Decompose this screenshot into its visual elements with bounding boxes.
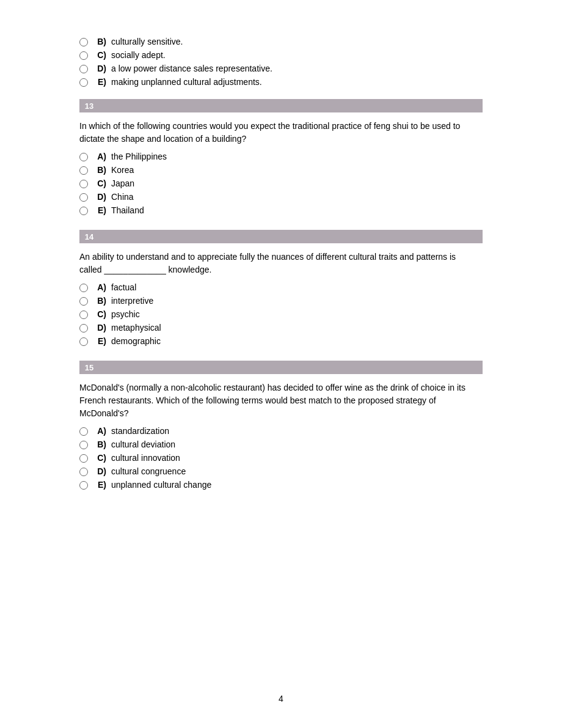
radio-prev-d[interactable] — [79, 65, 88, 73]
q14-answer-d: D) metaphysical — [79, 323, 483, 333]
q15-d-letter: D) — [93, 466, 106, 476]
prev-d-text: a low power distance sales representativ… — [111, 64, 483, 73]
q14-answer-c: C) psychic — [79, 309, 483, 319]
question-13-number: 13 — [79, 99, 99, 112]
question-15-bar — [99, 361, 483, 374]
question-15-number: 15 — [79, 361, 99, 374]
q13-answer-b: B) Korea — [79, 165, 483, 175]
radio-q15-a[interactable] — [79, 427, 88, 436]
radio-q14-a[interactable] — [79, 284, 88, 292]
prev-b-text: culturally sensitive. — [111, 37, 483, 46]
q13-d-text: China — [111, 192, 483, 202]
question-15-answers: A) standardization B) cultural deviation… — [79, 426, 483, 490]
q14-a-letter: A) — [93, 282, 106, 292]
question-14-header: 14 — [79, 230, 483, 243]
q13-a-text: the Philippines — [111, 152, 483, 161]
page-number: 4 — [0, 694, 562, 704]
prev-d-letter: D) — [93, 64, 106, 73]
q15-b-letter: B) — [93, 439, 106, 449]
radio-q15-d[interactable] — [79, 468, 88, 476]
question-14-text: An ability to understand and to apprecia… — [79, 251, 483, 276]
prev-c-text: socially adept. — [111, 50, 483, 60]
q14-e-text: demographic — [111, 336, 483, 346]
radio-q13-e[interactable] — [79, 207, 88, 215]
q15-e-letter: E) — [93, 480, 106, 490]
question-13-bar — [99, 99, 483, 112]
prev-b-letter: B) — [93, 37, 106, 46]
prev-answer-d: D) a low power distance sales representa… — [79, 64, 483, 73]
radio-q15-e[interactable] — [79, 481, 88, 490]
q15-answer-c: C) cultural innovation — [79, 453, 483, 463]
q13-b-text: Korea — [111, 165, 483, 175]
question-13-text: In which of the following countries woul… — [79, 120, 483, 145]
radio-q14-e[interactable] — [79, 337, 88, 346]
radio-q14-b[interactable] — [79, 297, 88, 306]
page-container: B) culturally sensitive. C) socially ade… — [0, 0, 562, 541]
q15-a-text: standardization — [111, 426, 483, 436]
question-13-section: 13 In which of the following countries w… — [79, 99, 483, 215]
q15-answer-a: A) standardization — [79, 426, 483, 436]
radio-q15-c[interactable] — [79, 454, 88, 463]
q14-answer-e: E) demographic — [79, 336, 483, 346]
radio-q14-d[interactable] — [79, 324, 88, 333]
q13-c-letter: C) — [93, 178, 106, 188]
q14-answer-a: A) factual — [79, 282, 483, 292]
q14-d-letter: D) — [93, 323, 106, 333]
q14-answer-b: B) interpretive — [79, 296, 483, 306]
q14-b-letter: B) — [93, 296, 106, 306]
q15-answer-e: E) unplanned cultural change — [79, 480, 483, 490]
prev-c-letter: C) — [93, 50, 106, 60]
prev-answer-b: B) culturally sensitive. — [79, 37, 483, 46]
radio-q15-b[interactable] — [79, 441, 88, 449]
prev-e-letter: E) — [93, 77, 106, 87]
prev-question-answers: B) culturally sensitive. C) socially ade… — [79, 37, 483, 87]
q14-c-letter: C) — [93, 309, 106, 319]
radio-q13-c[interactable] — [79, 180, 88, 188]
radio-q13-d[interactable] — [79, 193, 88, 202]
q13-b-letter: B) — [93, 165, 106, 175]
q15-answer-d: D) cultural congruence — [79, 466, 483, 476]
radio-q14-c[interactable] — [79, 311, 88, 319]
prev-answer-c: C) socially adept. — [79, 50, 483, 60]
radio-prev-e[interactable] — [79, 78, 88, 87]
radio-prev-c[interactable] — [79, 51, 88, 60]
q14-d-text: metaphysical — [111, 323, 483, 333]
q13-e-text: Thailand — [111, 205, 483, 215]
q15-a-letter: A) — [93, 426, 106, 436]
q14-a-text: factual — [111, 282, 483, 292]
q15-e-text: unplanned cultural change — [111, 480, 483, 490]
question-15-header: 15 — [79, 361, 483, 374]
radio-q13-a[interactable] — [79, 153, 88, 161]
q14-e-letter: E) — [93, 336, 106, 346]
q15-answer-b: B) cultural deviation — [79, 439, 483, 449]
q13-a-letter: A) — [93, 152, 106, 161]
q15-c-letter: C) — [93, 453, 106, 463]
q13-c-text: Japan — [111, 178, 483, 188]
q13-answer-c: C) Japan — [79, 178, 483, 188]
question-13-answers: A) the Philippines B) Korea C) Japan D) … — [79, 152, 483, 215]
radio-prev-b[interactable] — [79, 38, 88, 46]
prev-e-text: making unplanned cultural adjustments. — [111, 77, 483, 87]
question-14-number: 14 — [79, 230, 99, 243]
q15-c-text: cultural innovation — [111, 453, 483, 463]
question-15-text: McDonald's (normally a non-alcoholic res… — [79, 381, 483, 420]
question-13-header: 13 — [79, 99, 483, 112]
q15-d-text: cultural congruence — [111, 466, 483, 476]
q13-d-letter: D) — [93, 192, 106, 202]
question-14-section: 14 An ability to understand and to appre… — [79, 230, 483, 346]
prev-answer-e: E) making unplanned cultural adjustments… — [79, 77, 483, 87]
q14-b-text: interpretive — [111, 296, 483, 306]
q14-c-text: psychic — [111, 309, 483, 319]
question-14-bar — [99, 230, 483, 243]
q13-e-letter: E) — [93, 205, 106, 215]
q13-answer-a: A) the Philippines — [79, 152, 483, 161]
question-14-answers: A) factual B) interpretive C) psychic D)… — [79, 282, 483, 346]
q13-answer-e: E) Thailand — [79, 205, 483, 215]
radio-q13-b[interactable] — [79, 166, 88, 175]
q13-answer-d: D) China — [79, 192, 483, 202]
question-15-section: 15 McDonald's (normally a non-alcoholic … — [79, 361, 483, 490]
q15-b-text: cultural deviation — [111, 439, 483, 449]
